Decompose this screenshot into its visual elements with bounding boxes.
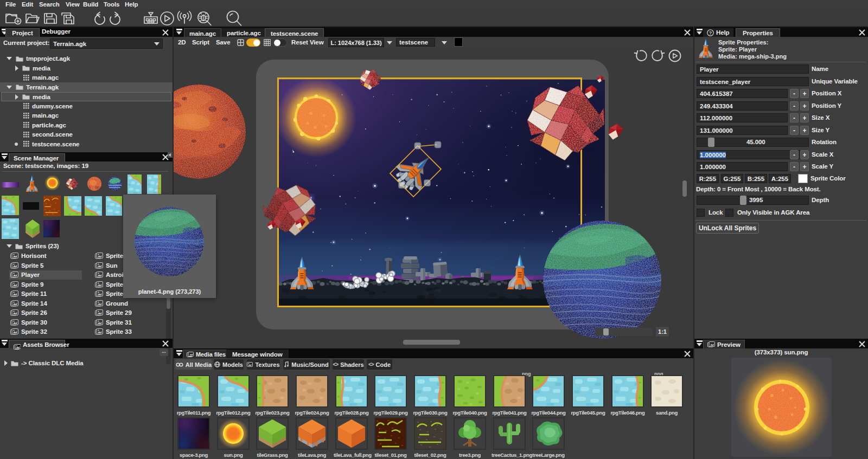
svg-text:?: ?	[709, 30, 712, 35]
